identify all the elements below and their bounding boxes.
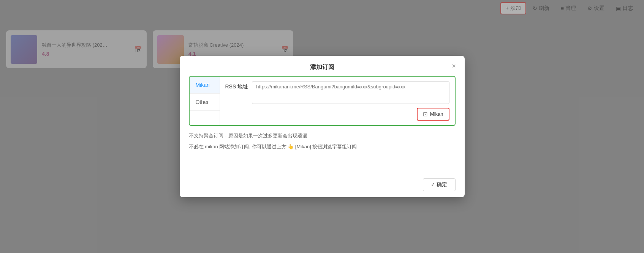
close-button[interactable]: × bbox=[449, 62, 459, 71]
dialog-title: 添加订阅 bbox=[310, 64, 334, 70]
tab-other[interactable]: Other bbox=[190, 94, 220, 111]
dialog-footer: ✓ 确定 bbox=[180, 172, 465, 197]
mikan-button[interactable]: ⊡ Mikan bbox=[417, 108, 449, 121]
tab-container: Mikan Other RSS 地址 ⊡ Mikan bbox=[189, 76, 456, 126]
rss-row: RSS 地址 bbox=[225, 81, 449, 104]
rss-input[interactable] bbox=[252, 81, 449, 104]
info-text-1: 不支持聚合订阅，原因是如果一次过多更新会出现遗漏 bbox=[189, 132, 456, 140]
modal-overlay: 添加订阅 × Mikan Other RSS 地址 ⊡ Mikan bbox=[0, 0, 644, 253]
tab-panel-mikan: RSS 地址 ⊡ Mikan bbox=[220, 77, 455, 125]
tab-list: Mikan Other bbox=[190, 77, 220, 125]
tab-mikan[interactable]: Mikan bbox=[190, 77, 220, 94]
rss-label: RSS 地址 bbox=[225, 81, 248, 90]
confirm-button[interactable]: ✓ 确定 bbox=[423, 178, 456, 191]
add-subscription-dialog: 添加订阅 × Mikan Other RSS 地址 ⊡ Mikan bbox=[180, 56, 465, 198]
info-text-2: 不必在 mikan 网站添加订阅, 你可以通过上方 👆 [Mikan] 按钮浏览… bbox=[189, 143, 456, 151]
mikan-button-label: Mikan bbox=[430, 111, 443, 117]
dialog-header: 添加订阅 × bbox=[180, 56, 465, 76]
mikan-icon: ⊡ bbox=[423, 111, 428, 118]
info-section: 不支持聚合订阅，原因是如果一次过多更新会出现遗漏 不必在 mikan 网站添加订… bbox=[180, 132, 465, 157]
